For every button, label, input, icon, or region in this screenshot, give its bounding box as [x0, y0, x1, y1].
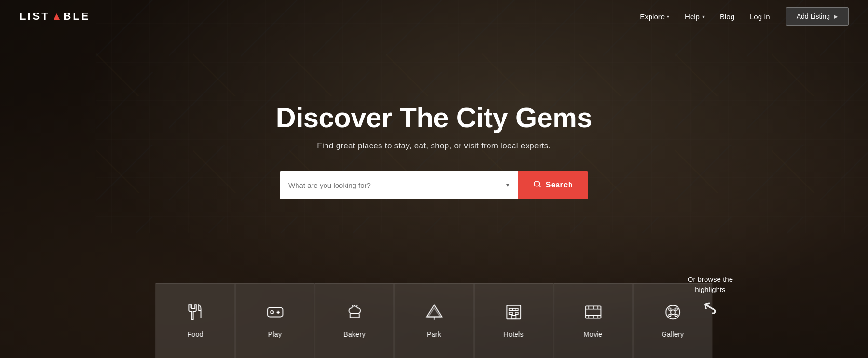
svg-rect-15	[515, 308, 518, 311]
search-input-wrapper: ▾	[280, 171, 518, 199]
categories-row: Food Play Bakery	[156, 283, 713, 358]
category-hotels[interactable]: Hotels	[474, 283, 554, 358]
logo-text-part2: BLE	[63, 10, 90, 23]
svg-point-32	[668, 314, 671, 317]
browse-hint: Or browse thehighlights ↩	[688, 274, 733, 319]
svg-point-3	[271, 311, 273, 314]
category-movie[interactable]: Movie	[554, 283, 633, 358]
logo-arrow-icon: ▲	[52, 10, 62, 23]
logo-text-part1: LIST	[19, 10, 50, 23]
hero-subtitle: Find great places to stay, eat, shop, or…	[317, 141, 551, 151]
svg-rect-14	[512, 308, 515, 311]
nav-right: Explore ▾ Help ▾ Blog Log In Add Listing…	[640, 7, 849, 26]
movie-icon	[584, 303, 602, 324]
navbar: LIST ▲ BLE Explore ▾ Help ▾ Blog Log In …	[0, 0, 868, 33]
food-label: Food	[187, 331, 203, 338]
svg-point-29	[670, 310, 675, 315]
add-listing-arrow-icon: ▶	[834, 13, 838, 20]
hotels-icon	[504, 303, 523, 324]
bakery-label: Bakery	[343, 331, 365, 338]
svg-rect-16	[509, 312, 512, 315]
search-button[interactable]: Search	[518, 171, 588, 199]
search-icon	[533, 180, 541, 190]
search-bar: ▾ Search	[280, 171, 588, 199]
category-park[interactable]: Park	[394, 283, 474, 358]
nav-blog[interactable]: Blog	[720, 13, 734, 21]
add-listing-button[interactable]: Add Listing ▶	[786, 7, 849, 26]
gallery-icon	[664, 303, 682, 324]
svg-point-28	[666, 305, 680, 319]
hero-title: Discover The City Gems	[276, 101, 592, 133]
svg-rect-13	[509, 308, 512, 311]
nav-login[interactable]: Log In	[750, 13, 770, 21]
svg-point-31	[675, 308, 677, 310]
logo[interactable]: LIST ▲ BLE	[19, 10, 90, 23]
svg-rect-18	[511, 315, 516, 319]
svg-rect-17	[515, 312, 518, 315]
search-dropdown-icon[interactable]: ▾	[502, 182, 509, 188]
park-icon	[425, 303, 443, 324]
search-input[interactable]	[288, 181, 502, 189]
svg-point-30	[668, 308, 671, 310]
play-label: Play	[268, 331, 282, 338]
bakery-icon	[345, 303, 364, 324]
nav-explore[interactable]: Explore ▾	[640, 13, 669, 21]
category-food[interactable]: Food	[156, 283, 235, 358]
food-icon	[186, 303, 204, 324]
help-chevron-icon: ▾	[702, 14, 705, 19]
nav-help[interactable]: Help ▾	[685, 13, 705, 21]
play-icon	[266, 303, 284, 324]
park-label: Park	[427, 331, 441, 338]
category-bakery[interactable]: Bakery	[315, 283, 394, 358]
category-play[interactable]: Play	[235, 283, 315, 358]
explore-chevron-icon: ▾	[667, 14, 669, 19]
movie-label: Movie	[584, 331, 603, 338]
gallery-label: Gallery	[662, 331, 684, 338]
svg-line-1	[539, 186, 540, 187]
svg-point-33	[675, 314, 677, 317]
svg-rect-2	[267, 308, 283, 317]
hotels-label: Hotels	[503, 331, 523, 338]
